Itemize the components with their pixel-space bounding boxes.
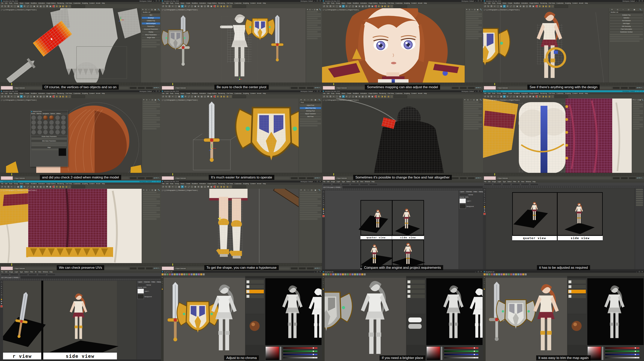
toolbar-icon-9[interactable]: ◻ bbox=[352, 5, 354, 8]
options-field[interactable] bbox=[332, 183, 340, 186]
toolbar-icon-5[interactable] bbox=[174, 273, 176, 275]
toolbar-icon-13[interactable]: ◫ bbox=[526, 95, 528, 98]
tool-icon-4[interactable]: ◐ bbox=[323, 284, 324, 286]
toolbar-icon-9[interactable]: ◻ bbox=[352, 95, 354, 98]
menu-item-modifiers[interactable]: Modifiers bbox=[31, 93, 37, 94]
command-panel[interactable]: ✛◴⌁◳▦🔧 bbox=[463, 99, 483, 173]
menu-item-civil-view[interactable]: Civil View bbox=[226, 2, 233, 4]
maxscript-mini-listener[interactable] bbox=[1, 176, 13, 180]
menu-item-views[interactable]: Views bbox=[180, 2, 184, 4]
menu-item-rendering[interactable]: Rendering bbox=[540, 2, 547, 4]
panel-tab-icon-5[interactable]: 🔧 bbox=[319, 9, 321, 11]
menu-item-type[interactable]: Type bbox=[20, 271, 23, 273]
viewport-label[interactable]: [ + ] [ Orthographic ] [ Standard ] [ Ed… bbox=[162, 9, 198, 11]
toolbar-icon-7[interactable]: ⟳ bbox=[23, 185, 26, 188]
toolbar-icon-14[interactable]: ⬒ bbox=[46, 185, 48, 188]
toolbar-icon-9[interactable]: ◻ bbox=[30, 5, 32, 8]
coord-x-field[interactable] bbox=[452, 177, 459, 179]
layers-panel-tabs[interactable]: LayersChannelsPathsHistory bbox=[137, 281, 161, 283]
toolbar-icon-12[interactable]: ▤ bbox=[522, 95, 525, 98]
panel-tab-icon-2[interactable]: ⌁ bbox=[149, 189, 150, 191]
menu-item-group[interactable]: Group bbox=[336, 2, 340, 4]
toolbar-icon-11[interactable] bbox=[510, 273, 512, 275]
toolbar-icon-21[interactable]: ⛶ bbox=[229, 5, 232, 8]
minimize-icon[interactable]: – bbox=[314, 181, 316, 182]
toolbar-icon-10[interactable]: ◉ bbox=[194, 95, 196, 98]
toolbar-icon-6[interactable]: ✛ bbox=[181, 185, 184, 188]
toolbar-icon-1[interactable] bbox=[164, 273, 166, 275]
panel-tab-icon-3[interactable]: ◳ bbox=[474, 9, 476, 11]
menu-item-graph-editors[interactable]: Graph Editors bbox=[208, 93, 217, 94]
coord-z-field[interactable] bbox=[307, 87, 314, 89]
tool-icon-0[interactable]: ✛ bbox=[162, 277, 163, 278]
workspace[interactable] bbox=[486, 276, 644, 361]
toolbar-icon-5[interactable]: ▦ bbox=[17, 5, 20, 8]
toolbar-icon-17[interactable]: ⊞ bbox=[216, 95, 219, 98]
menu-item-file[interactable]: File bbox=[1, 183, 4, 185]
toolbar-icon-17[interactable]: ⊞ bbox=[55, 5, 58, 8]
toolbar-icon-11[interactable]: ⊕ bbox=[36, 95, 39, 98]
menu-item-animation[interactable]: Animation bbox=[360, 2, 367, 4]
tool-icon-3[interactable]: ✎ bbox=[162, 282, 163, 284]
toolbar-icon-9[interactable]: ◻ bbox=[190, 5, 194, 8]
tool-icon-3[interactable]: ✎ bbox=[484, 282, 485, 284]
toolbar-icon-15[interactable]: ▣ bbox=[49, 5, 52, 8]
mat-menu-modes[interactable]: Modes bbox=[31, 113, 35, 114]
toolbar-icon-0[interactable]: ↺ bbox=[484, 95, 486, 98]
menu-item-file[interactable]: File bbox=[484, 93, 486, 94]
tools-column[interactable]: ✛○▢✎◐⌖✋ bbox=[483, 276, 486, 361]
toolbar-icon-19[interactable]: ◧ bbox=[384, 95, 386, 98]
mat-menu-options[interactable]: Options bbox=[50, 113, 55, 114]
menu-item-layer[interactable]: Layer bbox=[498, 181, 501, 183]
menu-item-3d[interactable]: 3D bbox=[356, 181, 359, 183]
panel-tab-icon-3[interactable]: ◳ bbox=[311, 99, 312, 101]
menu-item-image[interactable]: Image bbox=[9, 271, 13, 273]
minimize-icon[interactable]: – bbox=[474, 271, 476, 272]
toolbar-icon-3[interactable]: ✂ bbox=[10, 95, 13, 98]
menu-item-content[interactable]: Content bbox=[89, 93, 94, 94]
menu-item-select[interactable]: Select bbox=[24, 271, 28, 273]
menu-item-edit[interactable]: Edit bbox=[166, 183, 168, 185]
panel-tab-icon-5[interactable]: 🔧 bbox=[318, 189, 320, 191]
toolbar-icon-1[interactable]: ↻ bbox=[4, 5, 7, 8]
menu-item-help[interactable]: Help bbox=[263, 183, 266, 185]
menu-item-3d[interactable]: 3D bbox=[34, 271, 37, 273]
maximize-icon[interactable]: ▢ bbox=[638, 271, 640, 272]
material-sphere[interactable] bbox=[61, 130, 66, 134]
menu-item-modifiers[interactable]: Modifiers bbox=[514, 93, 520, 94]
toolbar-icon-11[interactable]: ⊕ bbox=[36, 5, 39, 8]
menu-item-edit[interactable]: Edit bbox=[488, 2, 490, 4]
toolbar-icon-13[interactable]: ◫ bbox=[42, 95, 45, 98]
menu-item-file[interactable]: File bbox=[323, 93, 326, 94]
toolbar-icon-12[interactable]: ▤ bbox=[200, 95, 203, 98]
toolbar-icon-7[interactable]: ⟳ bbox=[184, 95, 187, 98]
menu-item-civil-view[interactable]: Civil View bbox=[226, 183, 233, 185]
toolbar-icon-10[interactable]: ◉ bbox=[33, 185, 36, 188]
maximize-icon[interactable]: ▢ bbox=[477, 271, 480, 272]
viewport-nav-icons[interactable]: ⊞ ✥ ⟳ ⛶ bbox=[637, 87, 643, 89]
toolbar-icon-9[interactable]: ◻ bbox=[190, 185, 194, 188]
toolbar-icon-14[interactable]: ⬒ bbox=[368, 5, 370, 8]
coord-y-field[interactable] bbox=[299, 177, 306, 179]
toolbar-icon-17[interactable]: ⊞ bbox=[55, 95, 58, 98]
viewport-nav-icons[interactable]: ⊞ ✥ ⟳ ⛶ bbox=[637, 177, 643, 179]
tool-icon-1[interactable]: ○ bbox=[162, 279, 163, 280]
toolbar-icon-0[interactable]: ↺ bbox=[322, 5, 326, 8]
close-icon[interactable]: ✕ bbox=[158, 0, 160, 2]
material-sphere[interactable] bbox=[55, 115, 60, 120]
toolbar-icon-8[interactable]: ⤢ bbox=[187, 5, 190, 8]
timeline-slider[interactable] bbox=[11, 263, 12, 266]
menu-item-edit[interactable]: Edit bbox=[166, 2, 168, 4]
maximize-icon[interactable]: ▢ bbox=[155, 91, 158, 92]
toolbar-icon-15[interactable]: ▣ bbox=[49, 95, 52, 98]
maxscript-mini-listener[interactable] bbox=[162, 86, 174, 90]
menu-item-view[interactable]: View bbox=[38, 271, 41, 273]
toolbar-icon-16[interactable]: 🧲 bbox=[535, 5, 538, 8]
menu-item-group[interactable]: Group bbox=[497, 2, 501, 4]
timeline-slider[interactable] bbox=[172, 173, 173, 175]
command-panel-tabs[interactable]: ✛◴⌁◳▦🔧 bbox=[142, 99, 160, 101]
close-icon[interactable]: ✕ bbox=[158, 181, 160, 182]
blend-mode-select[interactable] bbox=[460, 194, 468, 196]
menu-item-group[interactable]: Group bbox=[497, 93, 501, 94]
material-sample-slots[interactable] bbox=[31, 115, 68, 135]
